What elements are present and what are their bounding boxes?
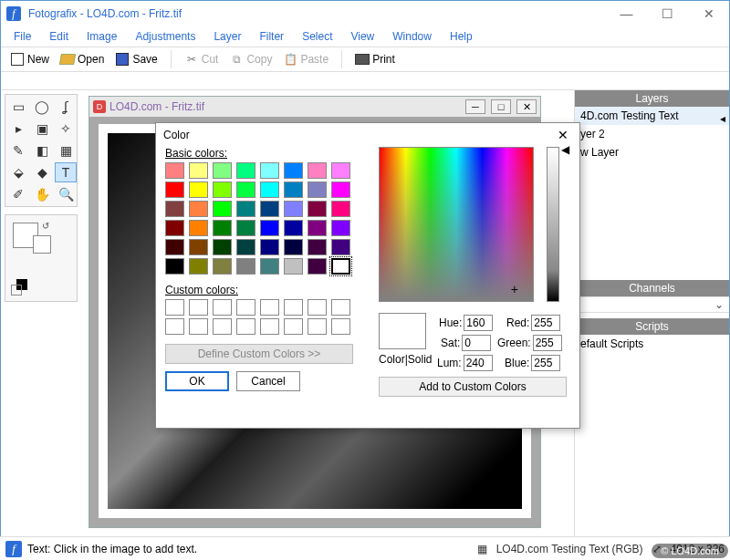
basic-color-swatch[interactable] [236,258,256,275]
custom-color-swatch[interactable] [308,318,327,335]
custom-color-swatch[interactable] [284,299,303,316]
copy-button[interactable]: ⧉Copy [225,50,276,68]
marquee-tool-icon[interactable]: ▭ [7,97,29,117]
menu-layer[interactable]: Layer [204,28,250,45]
custom-color-swatch[interactable] [331,318,350,335]
basic-color-swatch[interactable] [260,162,279,179]
custom-color-swatch[interactable] [213,299,232,316]
basic-color-swatch[interactable] [236,220,256,236]
custom-color-swatch[interactable] [165,318,184,335]
basic-color-swatch[interactable] [236,181,256,198]
basic-color-swatch[interactable] [331,181,350,198]
layers-panel-header[interactable]: Layers [575,90,729,107]
gradient-tool-icon[interactable]: ▦ [55,140,77,161]
script-item[interactable]: efault Scripts [575,335,729,353]
maximize-button[interactable]: ☐ [647,1,688,26]
basic-color-swatch[interactable] [284,201,303,217]
basic-color-swatch[interactable] [284,239,303,255]
default-colors-fg[interactable] [11,285,22,296]
close-button[interactable]: ✕ [688,1,729,26]
custom-color-swatch[interactable] [189,318,208,335]
basic-color-swatch[interactable] [213,162,232,179]
red-input[interactable] [531,315,560,331]
move-tool-icon[interactable]: ▸ [7,119,29,139]
custom-color-swatch[interactable] [236,318,256,335]
doc-minimize-button[interactable]: ─ [465,99,485,114]
custom-color-swatch[interactable] [331,299,350,316]
brush-tool-icon[interactable]: ✎ [7,140,29,161]
sat-input[interactable] [462,335,491,351]
basic-color-swatch[interactable] [331,220,350,236]
basic-color-swatch[interactable] [165,239,184,255]
define-custom-colors-button[interactable]: Define Custom Colors >> [165,344,353,364]
minimize-button[interactable]: ― [606,1,647,26]
text-tool-icon[interactable]: T [55,162,77,182]
basic-color-swatch[interactable] [284,181,303,198]
menu-help[interactable]: Help [441,28,482,45]
layer-item[interactable]: w Layer [575,143,729,161]
custom-color-swatch[interactable] [189,299,208,316]
menu-window[interactable]: Window [383,28,441,45]
green-input[interactable] [533,335,562,351]
basic-color-swatch[interactable] [260,258,279,275]
hue-input[interactable] [464,315,493,331]
basic-color-swatch[interactable] [308,220,327,236]
basic-color-swatch[interactable] [260,220,279,236]
basic-color-swatch[interactable] [213,220,232,236]
custom-color-swatch[interactable] [213,318,232,335]
basic-color-swatch[interactable] [165,220,184,236]
basic-color-swatch[interactable] [308,181,327,198]
custom-color-swatch[interactable] [308,299,327,316]
dialog-close-button[interactable]: ✕ [554,128,572,142]
cancel-button[interactable]: Cancel [236,371,300,391]
basic-color-swatch[interactable] [189,239,208,255]
basic-color-swatch[interactable] [308,239,327,255]
background-color-swatch[interactable] [33,235,51,254]
basic-color-swatch[interactable] [331,201,350,217]
custom-color-swatch[interactable] [165,299,184,316]
basic-color-swatch[interactable] [236,201,256,217]
menu-file[interactable]: File [5,28,40,45]
custom-color-swatch[interactable] [260,318,279,335]
crop-tool-icon[interactable]: ▣ [31,119,53,139]
basic-color-swatch[interactable] [308,162,327,179]
custom-color-swatch[interactable] [236,299,256,316]
basic-color-swatch[interactable] [213,258,232,275]
basic-color-swatch[interactable] [331,239,350,255]
basic-color-swatch[interactable] [213,239,232,255]
channels-panel-header[interactable]: Channels [575,280,729,296]
shape-tool-icon[interactable]: ◆ [31,162,53,182]
basic-color-swatch[interactable] [308,258,327,275]
basic-color-swatch[interactable] [165,201,184,217]
doc-maximize-button[interactable]: □ [491,99,511,114]
basic-color-swatch[interactable] [331,162,350,179]
basic-color-swatch[interactable] [284,258,303,275]
new-button[interactable]: New [6,50,53,68]
custom-color-swatch[interactable] [260,299,279,316]
luminance-slider[interactable] [547,147,559,302]
add-to-custom-button[interactable]: Add to Custom Colors [379,377,567,397]
basic-color-swatch[interactable] [189,258,208,275]
hand-tool-icon[interactable]: ✋ [31,184,53,204]
open-button[interactable]: Open [57,50,108,68]
bucket-tool-icon[interactable]: ⬙ [7,162,29,182]
cut-button[interactable]: ✂Cut [181,50,223,68]
basic-color-swatch[interactable] [260,181,279,198]
basic-color-swatch[interactable] [236,162,256,179]
scripts-panel-header[interactable]: Scripts [575,318,729,335]
basic-color-swatch[interactable] [213,201,232,217]
blue-input[interactable] [531,355,560,371]
lasso-tool-icon[interactable]: ʆ [55,97,77,117]
lum-input[interactable] [464,355,493,371]
zoom-tool-icon[interactable]: 🔍 [55,184,77,204]
basic-color-swatch[interactable] [260,201,279,217]
layer-item[interactable]: yer 2 [575,125,729,143]
wand-tool-icon[interactable]: ✧ [55,119,77,139]
menu-select[interactable]: Select [293,28,341,45]
basic-color-swatch[interactable] [284,220,303,236]
basic-color-swatch[interactable] [331,258,350,275]
menu-edit[interactable]: Edit [40,28,78,45]
eyedropper-tool-icon[interactable]: ✐ [7,184,29,204]
color-gradient[interactable]: + [379,147,534,302]
basic-color-swatch[interactable] [213,181,232,198]
